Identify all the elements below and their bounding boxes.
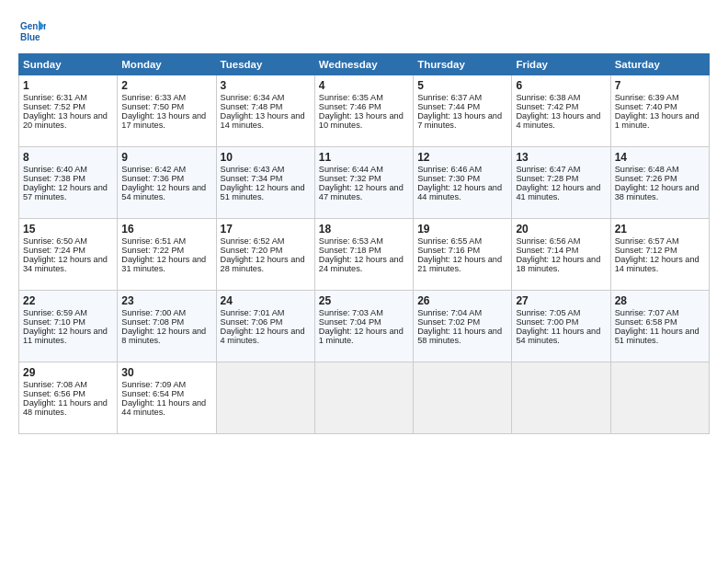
daylight: Daylight: 12 hours and 44 minutes. bbox=[417, 183, 502, 201]
sunrise: Sunrise: 7:09 AM bbox=[121, 380, 186, 389]
day-number: 9 bbox=[121, 151, 211, 164]
week-row-5: 29Sunrise: 7:08 AMSunset: 6:56 PMDayligh… bbox=[19, 362, 710, 434]
day-number: 24 bbox=[221, 294, 311, 307]
sunrise: Sunrise: 7:01 AM bbox=[221, 308, 285, 317]
sunrise: Sunrise: 6:48 AM bbox=[615, 165, 679, 174]
sunrise: Sunrise: 6:59 AM bbox=[23, 308, 87, 317]
daylight: Daylight: 13 hours and 20 minutes. bbox=[23, 111, 108, 130]
day-number: 4 bbox=[319, 79, 409, 92]
day-cell: 26Sunrise: 7:04 AMSunset: 7:02 PMDayligh… bbox=[414, 291, 512, 362]
col-header-sunday: Sunday bbox=[19, 54, 118, 75]
sunrise: Sunrise: 6:43 AM bbox=[221, 165, 285, 174]
day-cell: 18Sunrise: 6:53 AMSunset: 7:18 PMDayligh… bbox=[314, 219, 413, 291]
sunrise: Sunrise: 7:08 AM bbox=[23, 380, 87, 389]
sunset: Sunset: 7:02 PM bbox=[417, 317, 480, 327]
day-number: 5 bbox=[417, 79, 507, 92]
day-cell: 17Sunrise: 6:52 AMSunset: 7:20 PMDayligh… bbox=[216, 219, 314, 291]
daylight: Daylight: 12 hours and 24 minutes. bbox=[319, 255, 404, 273]
sunrise: Sunrise: 7:04 AM bbox=[417, 308, 482, 317]
sunset: Sunset: 7:34 PM bbox=[221, 174, 283, 183]
sunset: Sunset: 7:12 PM bbox=[615, 246, 677, 255]
sunrise: Sunrise: 6:53 AM bbox=[319, 236, 383, 246]
daylight: Daylight: 12 hours and 21 minutes. bbox=[417, 255, 502, 273]
sunset: Sunset: 7:26 PM bbox=[615, 174, 677, 183]
daylight: Daylight: 13 hours and 17 minutes. bbox=[121, 111, 206, 130]
sunrise: Sunrise: 7:00 AM bbox=[121, 308, 186, 317]
day-number: 6 bbox=[516, 79, 606, 92]
daylight: Daylight: 12 hours and 4 minutes. bbox=[221, 327, 305, 345]
day-cell: 19Sunrise: 6:55 AMSunset: 7:16 PMDayligh… bbox=[414, 219, 512, 291]
daylight: Daylight: 12 hours and 47 minutes. bbox=[319, 183, 404, 201]
sunset: Sunset: 7:22 PM bbox=[121, 246, 184, 255]
week-row-2: 8Sunrise: 6:40 AMSunset: 7:38 PMDaylight… bbox=[19, 147, 710, 219]
sunrise: Sunrise: 6:57 AM bbox=[615, 236, 679, 246]
day-cell bbox=[414, 362, 512, 434]
daylight: Daylight: 13 hours and 7 minutes. bbox=[417, 111, 502, 130]
day-number: 23 bbox=[121, 294, 211, 307]
day-number: 30 bbox=[121, 366, 211, 379]
sunrise: Sunrise: 6:40 AM bbox=[23, 165, 87, 174]
sunset: Sunset: 7:28 PM bbox=[516, 174, 578, 183]
day-number: 26 bbox=[417, 294, 507, 307]
day-cell bbox=[512, 362, 610, 434]
daylight: Daylight: 13 hours and 14 minutes. bbox=[221, 111, 305, 130]
daylight: Daylight: 13 hours and 4 minutes. bbox=[516, 111, 600, 130]
sunrise: Sunrise: 6:50 AM bbox=[23, 236, 87, 246]
day-cell: 20Sunrise: 6:56 AMSunset: 7:14 PMDayligh… bbox=[512, 219, 610, 291]
day-cell: 4Sunrise: 6:35 AMSunset: 7:46 PMDaylight… bbox=[314, 75, 413, 147]
sunset: Sunset: 7:08 PM bbox=[121, 317, 184, 327]
sunset: Sunset: 7:00 PM bbox=[516, 317, 578, 327]
day-cell: 22Sunrise: 6:59 AMSunset: 7:10 PMDayligh… bbox=[19, 291, 118, 362]
day-number: 28 bbox=[615, 294, 705, 307]
day-cell: 27Sunrise: 7:05 AMSunset: 7:00 PMDayligh… bbox=[512, 291, 610, 362]
sunset: Sunset: 7:24 PM bbox=[23, 246, 85, 255]
sunrise: Sunrise: 6:56 AM bbox=[516, 236, 580, 246]
sunset: Sunset: 7:38 PM bbox=[23, 174, 85, 183]
sunset: Sunset: 7:46 PM bbox=[319, 102, 381, 111]
sunset: Sunset: 7:32 PM bbox=[319, 174, 381, 183]
day-number: 16 bbox=[121, 223, 211, 236]
sunset: Sunset: 7:16 PM bbox=[417, 246, 480, 255]
sunrise: Sunrise: 6:34 AM bbox=[221, 93, 285, 102]
daylight: Daylight: 12 hours and 54 minutes. bbox=[121, 183, 206, 201]
header: General Blue bbox=[18, 17, 710, 44]
day-cell: 12Sunrise: 6:46 AMSunset: 7:30 PMDayligh… bbox=[414, 147, 512, 219]
daylight: Daylight: 12 hours and 18 minutes. bbox=[516, 255, 600, 273]
sunset: Sunset: 7:30 PM bbox=[417, 174, 480, 183]
daylight: Daylight: 12 hours and 34 minutes. bbox=[23, 255, 108, 273]
daylight: Daylight: 12 hours and 11 minutes. bbox=[23, 327, 108, 345]
day-number: 25 bbox=[319, 294, 409, 307]
sunrise: Sunrise: 6:47 AM bbox=[516, 165, 580, 174]
sunrise: Sunrise: 6:33 AM bbox=[121, 93, 186, 102]
daylight: Daylight: 13 hours and 10 minutes. bbox=[319, 111, 404, 130]
daylight: Daylight: 11 hours and 58 minutes. bbox=[417, 327, 502, 345]
sunrise: Sunrise: 6:42 AM bbox=[121, 165, 186, 174]
week-row-4: 22Sunrise: 6:59 AMSunset: 7:10 PMDayligh… bbox=[19, 291, 710, 362]
sunset: Sunset: 7:14 PM bbox=[516, 246, 578, 255]
day-cell: 11Sunrise: 6:44 AMSunset: 7:32 PMDayligh… bbox=[314, 147, 413, 219]
day-cell: 25Sunrise: 7:03 AMSunset: 7:04 PMDayligh… bbox=[314, 291, 413, 362]
day-number: 7 bbox=[615, 79, 705, 92]
col-header-tuesday: Tuesday bbox=[216, 54, 314, 75]
day-number: 2 bbox=[121, 79, 211, 92]
day-cell: 14Sunrise: 6:48 AMSunset: 7:26 PMDayligh… bbox=[610, 147, 709, 219]
day-cell: 1Sunrise: 6:31 AMSunset: 7:52 PMDaylight… bbox=[19, 75, 118, 147]
sunset: Sunset: 6:54 PM bbox=[121, 389, 184, 398]
daylight: Daylight: 12 hours and 41 minutes. bbox=[516, 183, 600, 201]
svg-text:Blue: Blue bbox=[20, 32, 40, 42]
logo-icon: General Blue bbox=[18, 17, 46, 44]
day-number: 27 bbox=[516, 294, 606, 307]
sunrise: Sunrise: 6:44 AM bbox=[319, 165, 383, 174]
daylight: Daylight: 12 hours and 28 minutes. bbox=[221, 255, 305, 273]
day-number: 19 bbox=[417, 223, 507, 236]
day-cell: 2Sunrise: 6:33 AMSunset: 7:50 PMDaylight… bbox=[118, 75, 216, 147]
calendar-page: General Blue SundayMondayTuesdayWednesda… bbox=[0, 0, 728, 443]
daylight: Daylight: 12 hours and 14 minutes. bbox=[615, 255, 700, 273]
day-cell: 9Sunrise: 6:42 AMSunset: 7:36 PMDaylight… bbox=[118, 147, 216, 219]
daylight: Daylight: 11 hours and 54 minutes. bbox=[516, 327, 600, 345]
day-number: 22 bbox=[23, 294, 113, 307]
sunrise: Sunrise: 7:07 AM bbox=[615, 308, 679, 317]
sunset: Sunset: 6:58 PM bbox=[615, 317, 677, 327]
day-number: 1 bbox=[23, 79, 113, 92]
day-cell: 13Sunrise: 6:47 AMSunset: 7:28 PMDayligh… bbox=[512, 147, 610, 219]
